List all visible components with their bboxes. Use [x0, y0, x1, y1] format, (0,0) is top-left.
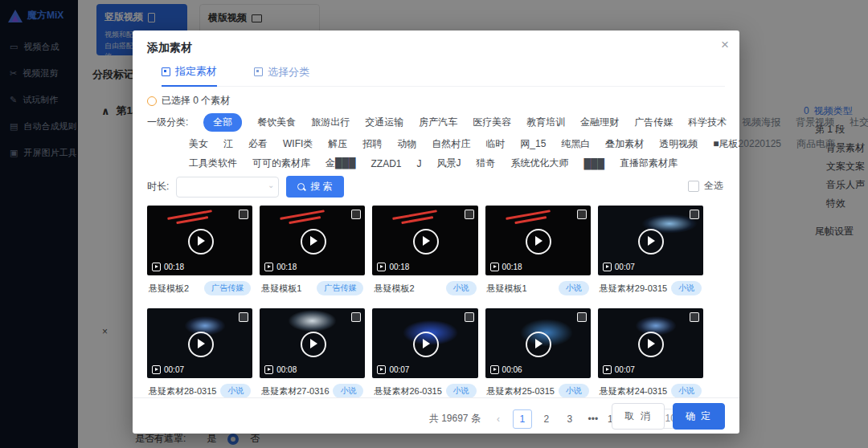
category-item[interactable]: 金███ [326, 157, 356, 170]
material-card[interactable]: 00:08悬疑素材27-0316小说 [260, 308, 365, 398]
category-item[interactable]: 可可的素材库 [252, 157, 310, 170]
play-icon[interactable] [526, 332, 551, 357]
video-thumbnail[interactable]: 00:07 [598, 308, 703, 378]
close-icon[interactable]: × [721, 38, 729, 51]
confirm-button[interactable]: 确 定 [673, 403, 725, 430]
category-item[interactable]: 背景视频 [796, 116, 834, 129]
video-thumbnail[interactable]: 00:08 [260, 308, 365, 378]
category-item[interactable]: 房产汽车 [419, 116, 457, 129]
play-icon[interactable] [301, 332, 326, 357]
category-item[interactable]: 商品电商 [796, 137, 835, 151]
category-item[interactable]: 科学技术 [688, 116, 727, 129]
card-checkbox[interactable] [577, 210, 587, 219]
material-name: 悬疑模板2 [149, 283, 189, 295]
card-checkbox[interactable] [577, 312, 587, 322]
material-card[interactable]: 00:18悬疑模板1广告传媒 [260, 206, 365, 295]
card-checkbox[interactable] [239, 210, 248, 219]
play-icon[interactable] [638, 332, 664, 357]
card-checkbox[interactable] [465, 210, 474, 219]
card-checkbox[interactable] [465, 312, 474, 322]
category-item[interactable]: ZZAD1 [371, 158, 402, 169]
video-thumbnail[interactable]: 00:07 [372, 308, 477, 378]
card-label-row: 悬疑素材26-0315小说 [372, 378, 477, 398]
category-item[interactable]: 透明视频 [659, 137, 698, 151]
category-item[interactable]: 解压 [328, 137, 347, 151]
category-item[interactable]: 招聘 [362, 137, 382, 151]
category-item[interactable]: ■尾板20220125 [713, 137, 781, 151]
play-square-icon [152, 263, 161, 271]
category-item[interactable]: 江 [223, 137, 233, 151]
material-card[interactable]: 00:07悬疑素材29-0315小说 [598, 206, 703, 295]
category-item[interactable]: 教育培训 [526, 116, 565, 129]
selected-count-text: 已选择 0 个素材 [162, 94, 230, 108]
category-badge: 广告传媒 [317, 281, 363, 295]
category-item[interactable]: 旅游出行 [311, 116, 350, 129]
category-item[interactable]: 猎奇 [477, 157, 496, 170]
play-icon[interactable] [526, 229, 551, 255]
category-item[interactable]: 直播部素材库 [620, 157, 678, 170]
card-checkbox[interactable] [351, 312, 361, 322]
category-item[interactable]: 必看 [248, 137, 268, 151]
video-thumbnail[interactable]: 00:18 [485, 206, 591, 275]
category-item[interactable]: 自然村庄 [432, 137, 470, 151]
category-item[interactable]: 社交 [850, 116, 868, 129]
category-item[interactable]: 网_15 [520, 137, 546, 151]
material-card[interactable]: 00:18悬疑模板2小说 [372, 206, 477, 295]
card-label-row: 悬疑模板2小说 [372, 275, 477, 295]
card-checkbox[interactable] [351, 210, 361, 219]
material-name: 悬疑素材29-0315 [600, 283, 667, 295]
category-item[interactable]: 视频海报 [742, 116, 780, 129]
video-thumbnail[interactable]: 00:06 [485, 308, 591, 378]
material-name: 悬疑素材25-0315 [487, 385, 555, 397]
material-card[interactable]: 00:07悬疑素材26-0315小说 [372, 308, 477, 398]
category-item[interactable]: 动物 [397, 137, 416, 151]
category-item[interactable]: 风景J [437, 157, 461, 170]
category-item[interactable]: ███ [584, 158, 605, 169]
play-icon[interactable] [413, 332, 439, 357]
category-badge: 广告传媒 [204, 281, 251, 295]
video-thumbnail[interactable]: 00:18 [372, 206, 477, 275]
select-all-checkbox[interactable] [688, 181, 699, 192]
tab-label: 选择分类 [268, 65, 309, 79]
card-checkbox[interactable] [690, 312, 699, 322]
card-checkbox[interactable] [690, 210, 699, 219]
tab-choose-category[interactable]: 选择分类 [254, 64, 309, 86]
play-icon[interactable] [638, 229, 664, 255]
select-all-control[interactable]: 全选 [688, 179, 723, 193]
play-icon[interactable] [188, 332, 214, 357]
material-card[interactable]: 00:07悬疑素材24-0315小说 [598, 308, 703, 398]
play-icon[interactable] [188, 229, 214, 255]
category-item[interactable]: 美女 [189, 137, 208, 151]
tab-label: 指定素材 [175, 64, 217, 79]
category-item[interactable]: J [417, 158, 422, 169]
material-name: 悬疑素材28-0315 [149, 385, 216, 397]
material-card[interactable]: 00:18悬疑模板2广告传媒 [147, 206, 252, 295]
category-item[interactable]: 餐饮美食 [257, 116, 296, 129]
material-card[interactable]: 00:07悬疑素材28-0315小说 [147, 308, 252, 398]
card-checkbox[interactable] [239, 312, 248, 322]
tab-specify-material[interactable]: 指定素材 [162, 64, 217, 87]
category-item[interactable]: 叠加素材 [605, 137, 644, 151]
video-thumbnail[interactable]: 00:07 [147, 308, 252, 378]
category-item[interactable]: 广告传媒 [634, 116, 673, 129]
category-item[interactable]: 纯黑白 [561, 137, 590, 151]
play-icon[interactable] [301, 229, 326, 255]
category-item[interactable]: 临时 [485, 137, 505, 151]
duration-input[interactable] [176, 177, 279, 198]
video-thumbnail[interactable]: 00:07 [598, 206, 703, 275]
category-pill-all[interactable]: 全部 [203, 113, 242, 132]
material-card[interactable]: 00:06悬疑素材25-0315小说 [485, 308, 591, 398]
category-item[interactable]: WIFI类 [283, 137, 313, 151]
play-icon[interactable] [413, 229, 439, 255]
search-button[interactable]: 搜 索 [286, 176, 343, 198]
category-item[interactable]: 系统优化大师 [511, 157, 569, 170]
material-name: 悬疑模板1 [487, 283, 527, 295]
material-card[interactable]: 00:18悬疑模板1小说 [485, 206, 591, 295]
category-item[interactable]: 医疗美容 [473, 116, 511, 129]
video-thumbnail[interactable]: 00:18 [147, 206, 252, 275]
category-item[interactable]: 金融理财 [580, 116, 619, 129]
category-item[interactable]: 工具类软件 [189, 157, 237, 170]
cancel-button[interactable]: 取 消 [612, 403, 664, 430]
video-thumbnail[interactable]: 00:18 [260, 206, 365, 275]
category-item[interactable]: 交通运输 [365, 116, 403, 129]
